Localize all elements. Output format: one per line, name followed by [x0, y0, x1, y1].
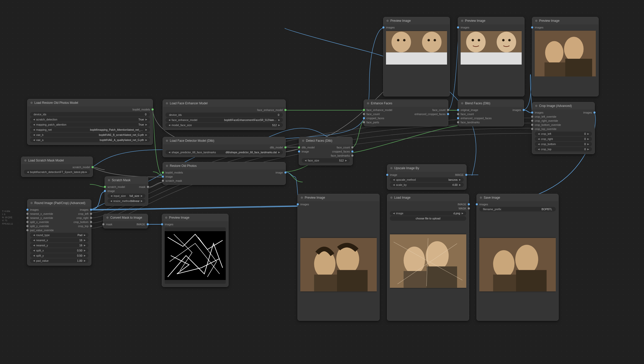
- svg-point-31: [508, 39, 511, 42]
- svg-rect-17: [386, 52, 447, 65]
- node-preview-image-mask[interactable]: Preview Image images: [162, 214, 229, 287]
- svg-point-20: [397, 39, 400, 42]
- node-preview-image-restored[interactable]: Preview Image images: [298, 194, 380, 321]
- node-enhance-faces[interactable]: Enhance Faces face_enhance_modelface_cou…: [364, 99, 448, 126]
- svg-point-18: [391, 32, 411, 52]
- svg-rect-14: [493, 275, 516, 291]
- node-preview-image-faces[interactable]: Preview Image images: [383, 17, 450, 96]
- svg-point-26: [466, 32, 486, 52]
- preview-faces-image: [386, 31, 447, 65]
- canvas-stats: T: 0.00sI: 0N: 20 [20]V: 71FPS:62.11: [2, 210, 13, 225]
- svg-point-7: [404, 247, 425, 274]
- node-round-image-advanced[interactable]: Round Image (Pad/Crop) (Advanced) images…: [27, 199, 91, 266]
- svg-rect-36: [565, 59, 592, 76]
- svg-point-28: [472, 39, 474, 42]
- svg-rect-9: [404, 271, 427, 288]
- preview-restored-image: [300, 237, 377, 292]
- node-scratch-mask[interactable]: Scratch Mask scratch_modelmask image ◀in…: [105, 176, 148, 206]
- node-preview-image-blended[interactable]: Preview Image images: [532, 17, 599, 96]
- svg-point-23: [434, 39, 436, 42]
- node-crop-image-advanced[interactable]: Crop Image (Advanced) imagesimages crop_…: [532, 102, 595, 154]
- save-image-preview: [479, 237, 556, 292]
- load-image-preview: [390, 234, 466, 289]
- svg-point-12: [493, 250, 514, 278]
- svg-rect-5: [337, 270, 368, 291]
- svg-point-21: [403, 39, 406, 42]
- node-preview-image-enhanced[interactable]: Preview Image images: [458, 17, 524, 96]
- node-blend-faces-dlib[interactable]: Blend Faces (Dlib) original_imageimages …: [458, 99, 524, 126]
- svg-rect-35: [544, 63, 565, 77]
- node-load-restore-old-photos-model[interactable]: Load Restore Old Photos Model bopbtl_mod…: [27, 99, 153, 145]
- svg-rect-4: [314, 275, 337, 291]
- svg-rect-0: [165, 231, 226, 280]
- svg-point-29: [478, 39, 480, 42]
- node-header[interactable]: Load Restore Old Photos Model: [27, 99, 153, 106]
- preview-mask-image: [165, 227, 226, 284]
- node-load-face-detector-model[interactable]: Load Face Detector Model (Dlib) dlib_mod…: [163, 137, 286, 157]
- node-detect-faces-dlib[interactable]: Detect Faces (Dlib) dlib_modelface_count…: [299, 137, 353, 165]
- svg-point-33: [545, 41, 563, 64]
- node-upscale-image-by[interactable]: Upscale Image By imageIMAGE ◀upscale_met…: [387, 164, 467, 190]
- svg-point-22: [428, 39, 430, 42]
- svg-rect-15: [516, 270, 547, 291]
- node-load-image[interactable]: Load Image IMAGE MASK ◀imaged.png▶ choos…: [387, 194, 469, 321]
- node-convert-mask-to-image[interactable]: Convert Mask to Image maskIMAGE: [103, 214, 148, 228]
- svg-rect-25: [461, 52, 522, 65]
- svg-point-27: [497, 32, 516, 52]
- preview-blended-image: [535, 31, 596, 77]
- svg-point-19: [422, 32, 441, 52]
- node-load-face-enhancer-model[interactable]: Load Face Enhancer Model face_enhance_mo…: [163, 99, 286, 130]
- node-load-scratch-mask-model[interactable]: Load Scratch Mask Model scratch_model ◀b…: [21, 157, 93, 177]
- choose-file-button[interactable]: choose file to upload: [390, 216, 466, 221]
- svg-point-30: [502, 39, 505, 42]
- svg-point-34: [564, 37, 583, 61]
- svg-point-8: [426, 241, 449, 270]
- node-restore-old-photos[interactable]: Restore Old Photos bopbtl_modelsimage im…: [163, 162, 286, 185]
- preview-enhanced-image: [461, 31, 522, 65]
- node-save-image[interactable]: Save Image images filename_prefixBOPBTL: [477, 194, 559, 321]
- svg-point-13: [515, 245, 538, 274]
- svg-rect-10: [427, 266, 457, 288]
